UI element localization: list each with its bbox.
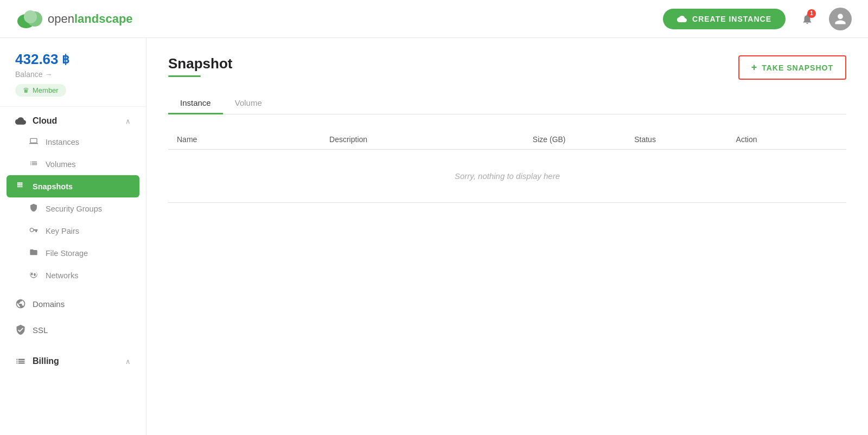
balance-label[interactable]: Balance → <box>15 70 131 79</box>
take-snapshot-button[interactable]: + TAKE SNAPSHOT <box>738 55 846 80</box>
snapshots-icon <box>15 181 26 191</box>
snapshot-tabs: Instance Volume <box>168 93 846 114</box>
create-instance-button[interactable]: CREATE INSTANCE <box>663 9 786 29</box>
member-icon: ♛ <box>23 86 29 94</box>
header-actions: CREATE INSTANCE 1 <box>663 8 852 30</box>
plus-icon: + <box>751 62 758 73</box>
shield-icon <box>28 203 39 214</box>
logo: openlandscape <box>16 9 133 29</box>
ssl-shield-icon <box>15 324 26 335</box>
sidebar-cloud-section: Cloud ∧ Instances Volumes <box>0 107 146 286</box>
page-title-underline <box>168 75 201 77</box>
sidebar-billing-section: Billing ∧ <box>0 347 146 371</box>
sidebar-billing-title: Billing <box>15 356 59 367</box>
sidebar-balance: 432.63 ฿ Balance → ♛ Member <box>0 38 146 107</box>
page-title: Snapshot <box>168 55 232 72</box>
content-header: Snapshot + TAKE SNAPSHOT <box>168 55 846 80</box>
main-content: Snapshot + TAKE SNAPSHOT Instance Volume… <box>146 38 868 435</box>
member-badge: ♛ Member <box>15 84 66 97</box>
svg-point-2 <box>24 10 37 23</box>
laptop-icon <box>28 137 39 147</box>
cloud-icon <box>677 14 687 24</box>
logo-icon <box>16 9 43 29</box>
key-icon <box>28 226 39 236</box>
table-empty-message: Sorry, nothing to display here <box>168 150 846 203</box>
avatar-button[interactable] <box>829 8 852 30</box>
sidebar: 432.63 ฿ Balance → ♛ Member Cloud ∧ <box>0 38 146 435</box>
tab-instance[interactable]: Instance <box>168 93 223 114</box>
page-title-block: Snapshot <box>168 55 232 77</box>
sidebar-billing-header[interactable]: Billing ∧ <box>0 347 146 371</box>
billing-icon <box>15 356 26 367</box>
balance-amount: 432.63 ฿ <box>15 51 131 68</box>
sidebar-item-networks[interactable]: Networks <box>0 264 146 286</box>
avatar-icon <box>834 12 847 25</box>
sidebar-item-ssl[interactable]: SSL <box>0 317 146 343</box>
sidebar-item-instances[interactable]: Instances <box>0 131 146 153</box>
file-icon <box>28 248 39 258</box>
cloud-nav-icon <box>15 116 26 126</box>
logo-text: openlandscape <box>48 12 133 26</box>
app-header: openlandscape CREATE INSTANCE 1 <box>0 0 868 38</box>
sidebar-item-volumes[interactable]: Volumes <box>0 153 146 175</box>
sidebar-item-snapshots[interactable]: Snapshots <box>7 175 139 197</box>
sidebar-item-domains[interactable]: Domains <box>0 291 146 317</box>
main-layout: 432.63 ฿ Balance → ♛ Member Cloud ∧ <box>0 38 868 435</box>
sidebar-cloud-title: Cloud <box>15 116 57 126</box>
content-panel: Snapshot + TAKE SNAPSHOT Instance Volume… <box>146 38 868 435</box>
sidebar-item-file-storage[interactable]: File Storage <box>0 242 146 264</box>
sidebar-item-key-pairs[interactable]: Key Pairs <box>0 220 146 242</box>
sidebar-section-domains: Domains SSL <box>0 286 146 347</box>
network-icon <box>28 270 39 280</box>
sidebar-cloud-header[interactable]: Cloud ∧ <box>0 107 146 131</box>
notification-button[interactable]: 1 <box>796 8 818 30</box>
notification-badge: 1 <box>807 9 816 18</box>
volumes-icon <box>28 159 39 169</box>
tab-volume[interactable]: Volume <box>223 93 274 114</box>
globe-icon <box>15 298 26 309</box>
sidebar-item-security-groups[interactable]: Security Groups <box>0 197 146 220</box>
table-header: Name Description Size (GB) Status Action <box>168 130 846 150</box>
